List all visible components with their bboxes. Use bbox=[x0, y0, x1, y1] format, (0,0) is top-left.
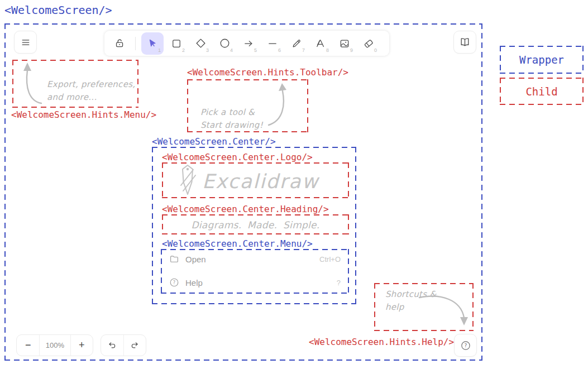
history-controls bbox=[101, 334, 146, 356]
hints-toolbar-label: <WelcomeScreen.Hints.Toolbar/> bbox=[187, 67, 348, 78]
tool-shortcut-number: 3 bbox=[206, 47, 209, 53]
center-label: <WelcomeScreen.Center/> bbox=[152, 136, 276, 147]
undo-icon bbox=[107, 340, 117, 351]
tool-rectangle[interactable]: 2 bbox=[165, 32, 188, 55]
eraser-icon bbox=[363, 38, 374, 49]
legend-child-label: Child bbox=[525, 85, 557, 98]
hints-menu-box: Export, preferences, and more... bbox=[12, 60, 138, 108]
tool-arrow[interactable]: 5 bbox=[237, 32, 260, 55]
tool-shortcut-number: 8 bbox=[326, 47, 329, 53]
tool-draw[interactable]: 7 bbox=[285, 32, 308, 55]
hints-toolbar-box: Pick a tool & Start drawing! bbox=[187, 79, 308, 132]
lock-tool-button[interactable] bbox=[109, 37, 130, 49]
hints-help-box: Shortcuts & help bbox=[374, 283, 474, 331]
toolbar-separator bbox=[135, 37, 136, 50]
redo-icon bbox=[130, 340, 140, 351]
folder-icon bbox=[169, 254, 179, 264]
tool-ellipse[interactable]: 4 bbox=[213, 32, 236, 55]
diamond-icon bbox=[195, 37, 207, 49]
main-menu-button[interactable] bbox=[14, 31, 37, 54]
tool-shortcut-number: 5 bbox=[254, 47, 257, 53]
center-heading-text: Diagrams. Made. Simple. bbox=[162, 218, 349, 233]
zoom-in-button[interactable]: + bbox=[70, 335, 93, 356]
hints-help-label: <WelcomeScreen.Hints.Help/> bbox=[309, 337, 450, 347]
legend-wrapper-box: Wrapper bbox=[500, 46, 584, 74]
line-icon bbox=[267, 38, 278, 49]
hint-menu-text: Export, preferences, and more... bbox=[47, 78, 135, 103]
center-menu: Open Ctrl+O ? Help ? bbox=[161, 249, 349, 294]
book-icon bbox=[459, 36, 471, 48]
tool-shortcut-number: 1 bbox=[158, 47, 161, 53]
toolbar: 1 2 3 4 5 bbox=[104, 31, 389, 56]
tool-image[interactable]: 9 bbox=[333, 32, 356, 55]
hints-menu-label: <WelcomeScreen.Hints.Menu/> bbox=[11, 109, 156, 120]
legend-child-box: Child bbox=[500, 78, 584, 105]
help-button[interactable]: ? bbox=[454, 334, 477, 357]
menu-item-help[interactable]: ? Help ? bbox=[169, 277, 341, 287]
tool-shortcut-number: 2 bbox=[182, 47, 185, 53]
tool-selection[interactable]: 1 bbox=[141, 32, 164, 55]
hint-arrow bbox=[416, 292, 472, 329]
center-heading-box: Diagrams. Made. Simple. bbox=[162, 214, 349, 234]
zoom-controls: − 100% + bbox=[16, 334, 93, 356]
menu-item-shortcut: Ctrl+O bbox=[319, 255, 341, 263]
tool-shortcut-number: 0 bbox=[374, 47, 377, 53]
center-menu-label: <WelcomeScreen.Center.Menu/> bbox=[162, 238, 313, 249]
library-button[interactable] bbox=[453, 31, 476, 54]
tool-line[interactable]: 6 bbox=[261, 32, 284, 55]
welcome-screen-docs-figure: <WelcomeScreen/> 1 bbox=[0, 0, 588, 369]
image-icon bbox=[339, 38, 350, 49]
hint-arrow bbox=[17, 61, 50, 108]
tool-shortcut-number: 4 bbox=[230, 47, 233, 53]
tool-diamond[interactable]: 3 bbox=[189, 32, 212, 55]
hamburger-icon bbox=[20, 37, 31, 48]
arrow-icon bbox=[243, 38, 254, 49]
menu-item-label: Help bbox=[185, 278, 203, 287]
help-circle-icon: ? bbox=[169, 277, 179, 287]
zoom-out-button[interactable]: − bbox=[17, 335, 39, 356]
hint-toolbar-text: Pick a tool & Start drawing! bbox=[200, 106, 263, 131]
menu-item-shortcut: ? bbox=[337, 279, 341, 287]
cursor-icon bbox=[147, 38, 158, 49]
menu-item-label: Open bbox=[185, 255, 206, 264]
tool-text[interactable]: 8 bbox=[309, 32, 332, 55]
tool-eraser[interactable]: 0 bbox=[357, 32, 380, 55]
tool-shortcut-number: 7 bbox=[302, 47, 305, 53]
center-logo-label: <WelcomeScreen.Center.Logo/> bbox=[162, 152, 313, 162]
center-logo-box: Excalidraw bbox=[162, 162, 349, 198]
excalidraw-logo-text: Excalidraw bbox=[202, 167, 319, 197]
center-heading-label: <WelcomeScreen.Center.Heading/> bbox=[162, 204, 329, 214]
welcomescreen-root-label: <WelcomeScreen/> bbox=[4, 3, 112, 17]
legend-wrapper-label: Wrapper bbox=[519, 54, 564, 66]
svg-text:?: ? bbox=[173, 280, 175, 285]
redo-button[interactable] bbox=[123, 335, 146, 356]
text-icon bbox=[315, 38, 326, 49]
menu-item-open[interactable]: Open Ctrl+O bbox=[169, 254, 341, 264]
ellipse-icon bbox=[219, 37, 231, 49]
tool-shortcut-number: 9 bbox=[350, 47, 353, 53]
unlock-icon bbox=[114, 37, 126, 49]
pencil-icon bbox=[291, 38, 302, 49]
help-circle-icon: ? bbox=[460, 340, 471, 351]
undo-button[interactable] bbox=[101, 335, 123, 356]
excalidraw-logo-icon bbox=[178, 164, 198, 197]
svg-text:?: ? bbox=[464, 342, 467, 348]
zoom-level[interactable]: 100% bbox=[39, 335, 70, 356]
hint-arrow bbox=[264, 82, 293, 128]
rectangle-icon bbox=[171, 38, 182, 49]
tool-shortcut-number: 6 bbox=[278, 47, 281, 53]
